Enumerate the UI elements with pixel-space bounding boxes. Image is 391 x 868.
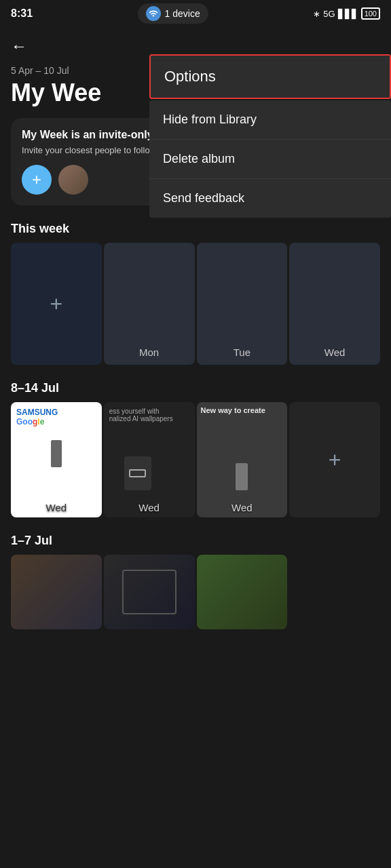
options-box: Options (149, 54, 391, 99)
wifi-icon (146, 6, 161, 21)
device-label: 1 device (165, 8, 200, 19)
google-text: Google (16, 417, 44, 427)
bottom-cell-1 (11, 555, 102, 629)
back-button[interactable]: ← (11, 37, 27, 56)
jul-cell-new-way: New way to create Wed (197, 402, 288, 517)
add-person-button[interactable]: + (22, 165, 52, 195)
bottom-cell-3 (197, 555, 288, 629)
dropdown-overlay: Options Hide from Library Delete album S… (149, 54, 391, 218)
week-grid: + Mon Tue Wed (0, 243, 391, 365)
week-cell-mon: Mon (104, 243, 195, 365)
status-bar: 8:31 1 device ∗ 5G ▋▋▋ 100 (0, 0, 391, 27)
status-right: ∗ 5G ▋▋▋ 100 (313, 7, 380, 20)
send-feedback-item[interactable]: Send feedback (149, 179, 391, 218)
samsung-text: SAMSUNG (16, 408, 58, 417)
jul-cell-samsung: SAMSUNG Google Wed (11, 402, 102, 517)
week-cell-tue: Tue (197, 243, 288, 365)
status-time: 8:31 (11, 7, 33, 20)
jul-cell-plus[interactable]: + (289, 402, 380, 517)
jul-8-14-title: 8–14 Jul (0, 381, 391, 395)
bluetooth-icon: ∗ (313, 9, 320, 19)
jul-grid: SAMSUNG Google Wed ess yourself withnali… (0, 402, 391, 517)
signal-icon: 5G (323, 9, 335, 19)
add-week-icon[interactable]: + (50, 292, 63, 317)
day-label-mon: Mon (104, 347, 195, 358)
avatar-image (58, 165, 88, 195)
jul-cell-dark: ess yourself withnalized AI wallpapers W… (104, 402, 195, 517)
hide-from-library-item[interactable]: Hide from Library (149, 100, 391, 140)
delete-album-item[interactable]: Delete album (149, 140, 391, 179)
options-header: Options (151, 56, 390, 98)
day-label-wed: Wed (289, 347, 380, 358)
day-label-wed-3: Wed (197, 502, 288, 513)
dropdown-menu: Hide from Library Delete album Send feed… (149, 100, 391, 218)
bottom-grid (0, 555, 391, 629)
add-jul-icon[interactable]: + (329, 448, 341, 473)
week-add-cell[interactable]: + (11, 243, 102, 365)
dark-cell-text: ess yourself withnalized AI wallpapers (104, 402, 195, 428)
this-week-title: This week (0, 222, 391, 236)
jul-1-7-title: 1–7 Jul (0, 534, 391, 548)
day-label-wed-2: Wed (104, 502, 195, 513)
day-label-wed-1: Wed (11, 502, 102, 513)
signal-bars: ▋▋▋ (338, 9, 358, 19)
week-cell-wed: Wed (289, 243, 380, 365)
bottom-cell-2 (104, 555, 195, 629)
day-label-tue: Tue (197, 347, 288, 358)
avatar (58, 165, 88, 195)
battery-icon: 100 (361, 7, 380, 20)
status-device-pill: 1 device (138, 3, 208, 24)
new-way-text: New way to create (197, 402, 288, 418)
